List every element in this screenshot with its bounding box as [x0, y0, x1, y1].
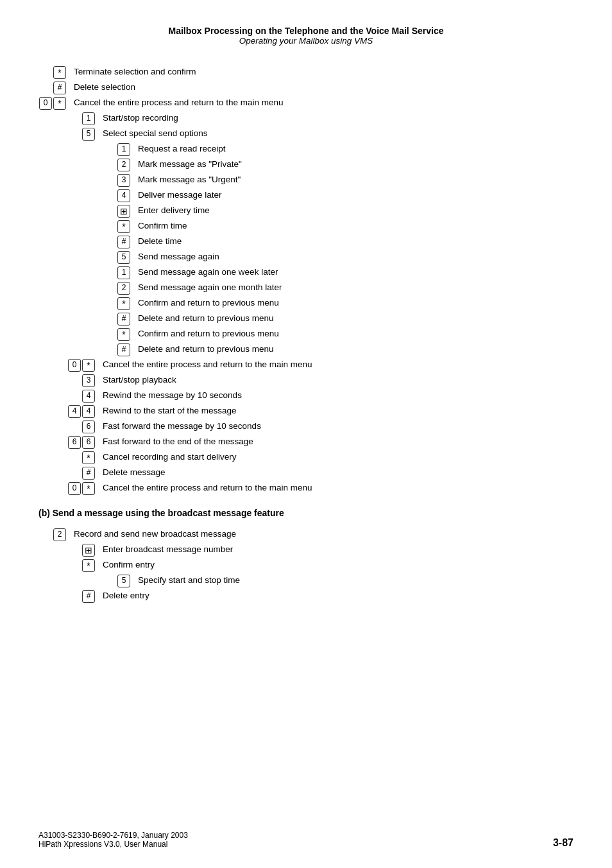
description-text: Start/stop recording — [103, 111, 574, 125]
footer-line1: A31003-S2330-B690-2-7619, January 2003 — [38, 831, 188, 840]
description-text: Send message again one month later — [138, 281, 574, 295]
keys-column: 2 — [38, 157, 138, 171]
description-text: Cancel the entire process and return to … — [103, 358, 574, 372]
hash-key: # — [82, 590, 95, 603]
list-item: 2Record and send new broadcast message — [38, 527, 574, 541]
description-text: Confirm and return to previous menu — [138, 296, 574, 310]
list-item: 3Start/stop playback — [38, 373, 574, 387]
list-item: 66Fast forward to the end of the message — [38, 435, 574, 449]
keys-column: # — [38, 342, 138, 356]
star-key: * — [117, 328, 130, 341]
list-item: 2Mark message as "Private" — [38, 157, 574, 171]
description-text: Request a read receipt — [138, 142, 574, 156]
list-item: 4Rewind the message by 10 seconds — [38, 388, 574, 403]
list-item: 44Rewind to the start of the message — [38, 404, 574, 418]
description-text: Send message again — [138, 250, 574, 264]
description-text: Rewind to the start of the message — [103, 404, 574, 418]
description-text: Cancel recording and start delivery — [103, 450, 574, 464]
keys-column: 5 — [38, 126, 103, 141]
star-key: * — [53, 97, 66, 110]
num-key: 5 — [117, 575, 130, 587]
keys-column: # — [38, 234, 138, 248]
list-item: *Confirm and return to previous menu — [38, 327, 574, 341]
list-item: ⊞Enter broadcast message number — [38, 542, 574, 557]
description-text: Enter broadcast message number — [103, 542, 574, 557]
list-item: 1Start/stop recording — [38, 111, 574, 125]
keys-column: 5 — [38, 250, 138, 264]
list-item: ⊞Enter delivery time — [38, 204, 574, 218]
list-item: 0*Cancel the entire process and return t… — [38, 481, 574, 495]
description-text: Delete and return to previous menu — [138, 311, 574, 326]
hash-key: # — [82, 467, 95, 480]
keys-column: 6 — [38, 419, 103, 433]
hash-key: # — [117, 236, 130, 248]
description-text: Fast forward the message by 10 seconds — [103, 419, 574, 433]
page-header: Mailbox Processing on the Telephone and … — [38, 26, 574, 46]
num-key: 2 — [53, 528, 66, 541]
keys-column: # — [38, 465, 103, 480]
list-item: 3Mark message as "Urgent" — [38, 173, 574, 187]
keys-column: # — [38, 311, 138, 326]
description-text: Mark message as "Urgent" — [138, 173, 574, 187]
description-text: Confirm time — [138, 219, 574, 233]
star-key: * — [53, 66, 66, 79]
keys-column: 1 — [38, 265, 138, 279]
description-text: Enter delivery time — [138, 204, 574, 218]
description-text: Rewind the message by 10 seconds — [103, 388, 574, 403]
hash-key: # — [53, 82, 66, 94]
description-text: Fast forward to the end of the message — [103, 435, 574, 449]
keys-column: ⊞ — [38, 204, 138, 218]
keys-column: 44 — [38, 404, 103, 418]
grid-key: ⊞ — [82, 544, 95, 557]
keys-column: 2 — [38, 281, 138, 295]
list-item: *Confirm entry — [38, 558, 574, 572]
description-text: Confirm entry — [103, 558, 574, 572]
num-key: 2 — [117, 159, 130, 171]
keys-column: * — [38, 327, 138, 341]
list-item: #Delete and return to previous menu — [38, 342, 574, 356]
list-item: 0*Cancel the entire process and return t… — [38, 358, 574, 372]
keys-column: 0* — [38, 96, 74, 110]
keys-column: 3 — [38, 373, 103, 387]
keys-column: 1 — [38, 111, 103, 125]
num-key: 3 — [82, 374, 95, 387]
list-item: 5Specify start and stop time — [38, 573, 574, 587]
keys-column: 2 — [38, 527, 74, 541]
num-key: 0 — [39, 97, 52, 110]
description-text: Record and send new broadcast message — [74, 527, 574, 541]
keys-column: 66 — [38, 435, 103, 449]
description-text: Deliver message later — [138, 188, 574, 202]
section-b-rows: 2Record and send new broadcast message⊞E… — [38, 527, 574, 603]
description-text: Delete time — [138, 234, 574, 248]
page-subtitle: Operating your Mailbox using VMS — [38, 36, 574, 46]
keys-column: * — [38, 219, 138, 233]
num-key: 6 — [82, 421, 95, 433]
keys-column: # — [38, 80, 74, 94]
list-item: *Confirm time — [38, 219, 574, 233]
keys-column: 3 — [38, 173, 138, 187]
keys-column: * — [38, 296, 138, 310]
num-key: 4 — [68, 405, 81, 418]
num-key: 0 — [68, 482, 81, 495]
list-item: 0*Cancel the entire process and return t… — [38, 96, 574, 110]
hash-key: # — [117, 313, 130, 326]
list-item: #Delete entry — [38, 589, 574, 603]
description-text: Terminate selection and confirm — [74, 65, 574, 79]
description-text: Select special send options — [103, 126, 574, 141]
description-text: Cancel the entire process and return to … — [103, 481, 574, 495]
grid-key: ⊞ — [117, 205, 130, 218]
num-key: 5 — [82, 128, 95, 141]
list-item: *Cancel recording and start delivery — [38, 450, 574, 464]
num-key: 2 — [117, 282, 130, 295]
description-text: Delete selection — [74, 80, 574, 94]
num-key: 4 — [82, 405, 95, 418]
num-key: 4 — [117, 189, 130, 202]
keys-column: * — [38, 450, 103, 464]
star-key: * — [117, 297, 130, 310]
keys-column: * — [38, 558, 103, 572]
keys-column: 5 — [38, 573, 138, 587]
list-item: *Confirm and return to previous menu — [38, 296, 574, 310]
keys-column: 0* — [38, 481, 103, 495]
footer-page: 3-87 — [553, 837, 574, 849]
description-text: Delete and return to previous menu — [138, 342, 574, 356]
